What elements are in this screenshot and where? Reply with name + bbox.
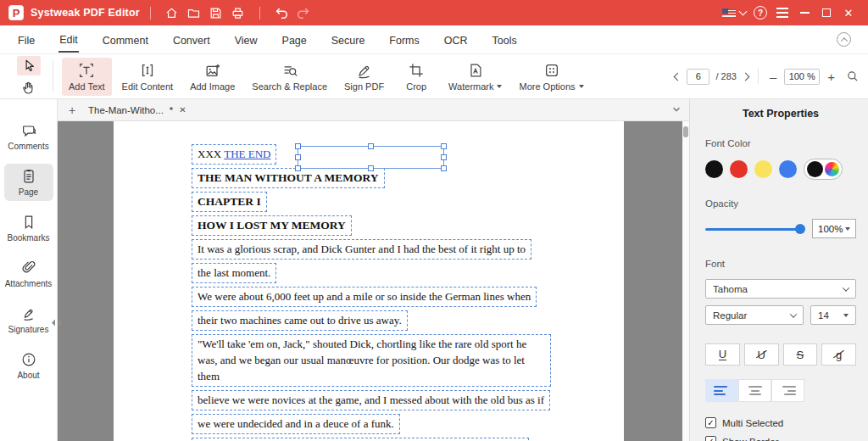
undo-icon[interactable]: [270, 3, 292, 22]
sidebar-item-signatures[interactable]: Signatures: [4, 301, 53, 338]
zoom-in-button[interactable]: +: [826, 70, 837, 84]
zoom-search-button[interactable]: [846, 70, 860, 83]
text-block[interactable]: XXX THE END: [192, 144, 276, 165]
resize-handle[interactable]: [441, 154, 447, 160]
save-icon[interactable]: [205, 3, 227, 22]
resize-handle[interactable]: [295, 154, 301, 160]
document-tab[interactable]: The-Man-Witho... * ✕: [80, 99, 195, 121]
color-swatch-blue[interactable]: [779, 160, 797, 178]
home-icon[interactable]: [161, 3, 183, 22]
align-left-button[interactable]: [705, 379, 738, 402]
minimize-button[interactable]: [793, 3, 815, 22]
menu-tools[interactable]: Tools: [492, 28, 518, 52]
maximize-button[interactable]: [815, 3, 837, 22]
text-block[interactable]: CHAPTER I: [192, 192, 267, 212]
opacity-value-dropdown[interactable]: 100%: [812, 219, 856, 238]
open-folder-icon[interactable]: [183, 3, 205, 22]
sidebar-item-bookmarks[interactable]: Bookmarks: [4, 209, 53, 247]
slider-thumb[interactable]: [795, 224, 805, 234]
add-text-button[interactable]: Add Text: [62, 58, 112, 96]
zoom-level-input[interactable]: [784, 69, 820, 85]
text-block[interactable]: It was a glorious scrap, and Dick Gunter…: [192, 239, 531, 260]
sidebar-item-attachments[interactable]: Attachments: [4, 255, 53, 293]
watermark-button[interactable]: Watermark: [442, 58, 509, 96]
more-options-button[interactable]: More Options: [512, 58, 590, 96]
menu-edit[interactable]: Edit: [58, 27, 79, 53]
help-button[interactable]: ?: [749, 3, 771, 22]
text-block[interactable]: They fell in, all right, and at the prop…: [192, 438, 529, 441]
menu-view[interactable]: View: [234, 28, 259, 52]
selected-text-box[interactable]: [298, 146, 444, 169]
edit-content-button[interactable]: Edit Content: [115, 58, 181, 96]
new-tab-button[interactable]: +: [64, 103, 80, 117]
text-block[interactable]: We were about 6,000 feet up and a mile o…: [192, 287, 537, 307]
text-block[interactable]: "We'll take 'em on, Jack," shouted Dick,…: [192, 334, 551, 387]
search-replace-button[interactable]: Search & Replace: [245, 58, 334, 96]
text-block[interactable]: their two machines came out to drive us …: [192, 310, 408, 331]
strikethrough-button[interactable]: S: [783, 343, 818, 366]
menu-secure[interactable]: Secure: [331, 28, 366, 52]
resize-handle[interactable]: [368, 165, 374, 171]
select-tool-button[interactable]: [17, 56, 41, 75]
remove-strikethrough-button[interactable]: g: [821, 343, 856, 366]
next-page-button[interactable]: [741, 72, 749, 81]
text-block[interactable]: believe we were novices at the game, and…: [192, 390, 550, 410]
text-block[interactable]: the last moment.: [192, 263, 276, 283]
menu-file[interactable]: File: [17, 28, 36, 52]
tab-close-button[interactable]: ✕: [179, 105, 186, 114]
zoom-out-button[interactable]: –: [768, 70, 778, 84]
menu-ocr[interactable]: OCR: [443, 28, 469, 52]
sign-pdf-button[interactable]: Sign PDF: [337, 58, 391, 96]
menu-page[interactable]: Page: [281, 28, 308, 52]
resize-handle[interactable]: [368, 143, 374, 149]
text-block[interactable]: HOW I LOST MY MEMORY: [192, 215, 352, 236]
show-border-checkbox[interactable]: [705, 436, 716, 441]
underline-button[interactable]: U: [705, 343, 740, 366]
resize-handle[interactable]: [295, 165, 301, 171]
add-image-button[interactable]: Add Image: [183, 58, 242, 96]
main-menu-button[interactable]: [771, 3, 793, 22]
text-block[interactable]: we were undecided and in a deuce of a fu…: [192, 414, 400, 434]
align-center-button[interactable]: [738, 379, 771, 402]
tab-list-button[interactable]: [670, 103, 682, 118]
close-button[interactable]: ✕: [837, 3, 860, 22]
multi-selected-option[interactable]: Multi Selected: [705, 417, 856, 428]
menu-comment[interactable]: Comment: [102, 28, 149, 52]
color-swatch-selected[interactable]: [804, 159, 843, 180]
sidebar-item-page[interactable]: Page: [4, 164, 53, 201]
doc-link[interactable]: THE END: [224, 148, 270, 160]
color-swatch-black[interactable]: [705, 160, 723, 178]
crop-button[interactable]: Crop: [394, 58, 438, 96]
color-picker-icon[interactable]: [825, 162, 839, 176]
print-icon[interactable]: [227, 3, 249, 22]
show-border-option[interactable]: Show Border: [705, 436, 856, 441]
resize-handle[interactable]: [295, 143, 301, 149]
sidebar-item-about[interactable]: About: [4, 347, 53, 384]
document-viewport[interactable]: XXX THE END THE MAN WITHOUT A MEMORY CHA…: [58, 121, 689, 441]
vertical-scrollbar[interactable]: [682, 121, 689, 441]
scrollbar-thumb[interactable]: [683, 126, 688, 137]
remove-underline-button[interactable]: U: [744, 343, 779, 366]
font-style-select[interactable]: Regular: [705, 305, 804, 325]
language-selector[interactable]: [719, 3, 749, 22]
redo-icon[interactable]: [292, 3, 314, 22]
resize-handle[interactable]: [441, 143, 447, 149]
hand-tool-button[interactable]: [17, 77, 41, 97]
magnifier-icon: [846, 70, 860, 83]
panel-collapse-handle[interactable]: [52, 316, 62, 332]
resize-handle[interactable]: [441, 165, 447, 171]
menu-convert[interactable]: Convert: [172, 28, 211, 52]
font-size-select[interactable]: 14: [810, 305, 856, 325]
collapse-toolbar-button[interactable]: [837, 32, 851, 47]
sidebar-item-comments[interactable]: Comments: [4, 118, 53, 155]
text-block[interactable]: THE MAN WITHOUT A MEMORY: [192, 168, 385, 188]
multi-selected-checkbox[interactable]: [705, 417, 716, 428]
current-page-input[interactable]: [687, 69, 709, 85]
font-family-select[interactable]: Tahoma: [705, 279, 856, 299]
menu-forms[interactable]: Forms: [388, 28, 420, 52]
previous-page-button[interactable]: [674, 72, 682, 81]
color-swatch-yellow[interactable]: [754, 160, 772, 178]
color-swatch-red[interactable]: [730, 160, 748, 178]
align-right-button[interactable]: [771, 379, 804, 402]
opacity-slider[interactable]: [705, 224, 804, 234]
